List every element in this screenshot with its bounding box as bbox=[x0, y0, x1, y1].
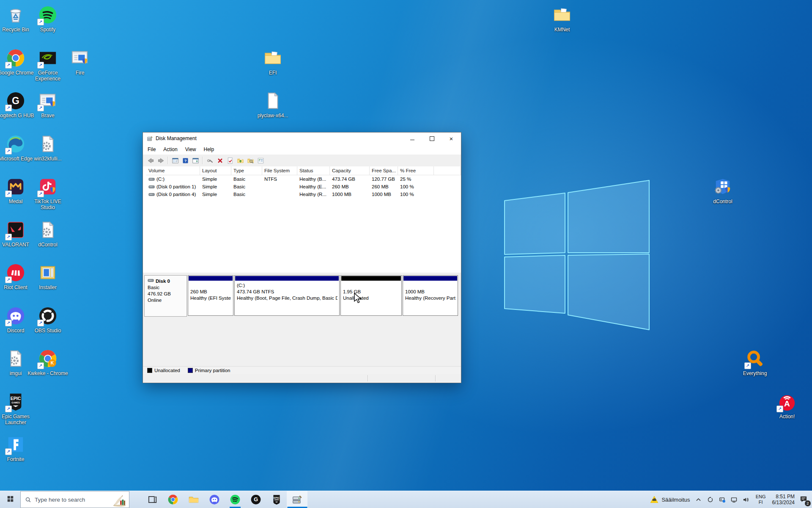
desktop-icon-brave[interactable]: ↗Brave bbox=[27, 91, 68, 119]
desktop-icon-plyclaw-x64[interactable]: plyclaw-x64... bbox=[252, 91, 293, 119]
column-header-layout[interactable]: Layout bbox=[200, 166, 231, 175]
tray-overflow-chevron-icon[interactable] bbox=[695, 496, 702, 503]
search-input[interactable]: Type here to search bbox=[20, 491, 129, 508]
logitech-icon: G bbox=[250, 494, 261, 505]
desktop-icon-spotify[interactable]: ↗Spotify bbox=[27, 5, 68, 33]
taskbar-discord-button[interactable] bbox=[204, 491, 225, 508]
desktop-icon-action[interactable]: A↗Action! bbox=[767, 392, 807, 420]
partition-primary[interactable]: (C:)473.74 GB NTFSHealthy (Boot, Page Fi… bbox=[234, 275, 340, 316]
taskbar: Type here to search GEPICGAMES Sääilmoit… bbox=[0, 491, 812, 508]
taskbar-logitech-button[interactable]: G bbox=[245, 491, 266, 508]
cell: 25 % bbox=[398, 175, 434, 183]
medal-icon: ↗ bbox=[6, 177, 25, 196]
device-sync-tray-icon[interactable] bbox=[719, 496, 726, 503]
search-placeholder: Type here to search bbox=[35, 497, 85, 503]
weather-warning-icon bbox=[650, 495, 658, 504]
legend-swatch bbox=[188, 368, 193, 373]
menu-action[interactable]: Action bbox=[159, 145, 181, 154]
partition-unallocated[interactable]: 1.95 GBUnallocated bbox=[340, 275, 402, 316]
mark-active-button[interactable] bbox=[225, 155, 235, 166]
desktop-icon-tiktok-live-studio[interactable]: ↗TikTok LIVE Studio bbox=[27, 177, 68, 210]
cell bbox=[262, 183, 297, 190]
folder-up-button[interactable] bbox=[235, 155, 245, 166]
folder-icon bbox=[552, 5, 572, 25]
taskbar-spotify-button[interactable] bbox=[225, 491, 245, 508]
column-header--free[interactable]: % Free bbox=[398, 166, 434, 175]
console-tree-button[interactable] bbox=[170, 155, 180, 166]
taskbar-task-view-button[interactable] bbox=[142, 491, 162, 508]
desktop-icon-kwkeke-chrome[interactable]: K↗Kwkeke - Chrome bbox=[27, 349, 68, 376]
desktop-icon-label: TikTok LIVE Studio bbox=[27, 199, 68, 210]
partition-text: 1000 MBHealthy (Recovery Part bbox=[403, 281, 458, 301]
folder-search-button[interactable] bbox=[245, 155, 255, 166]
svg-text:GAMES: GAMES bbox=[274, 499, 279, 501]
cell: NTFS bbox=[262, 175, 297, 183]
network-tray-icon[interactable] bbox=[730, 496, 738, 503]
disk0-label[interactable]: Disk 0 Basic 476.92 GB Online bbox=[144, 275, 187, 317]
desktop-icon-dcontrol[interactable]: dControl bbox=[702, 177, 743, 204]
toolbar-separator bbox=[202, 157, 203, 164]
forward-button[interactable] bbox=[156, 155, 166, 166]
desktop-icon-win32kfulli[interactable]: win32kfulli... bbox=[27, 134, 68, 162]
tool-button[interactable] bbox=[205, 155, 215, 166]
menu-file[interactable]: File bbox=[144, 145, 159, 154]
volume-row[interactable]: (Disk 0 partition 4)SimpleBasicHealthy (… bbox=[146, 190, 461, 198]
maximize-button[interactable] bbox=[422, 133, 442, 144]
taskbar-file-explorer-button[interactable] bbox=[183, 491, 204, 508]
menu-view[interactable]: View bbox=[181, 145, 200, 154]
column-header-capacity[interactable]: Capacity bbox=[330, 166, 370, 175]
file-explorer-icon bbox=[188, 494, 199, 505]
clock-time: 8:51 PM bbox=[772, 494, 795, 500]
delete-button[interactable] bbox=[215, 155, 225, 166]
desktop-icon-efi[interactable]: EFI bbox=[252, 48, 293, 76]
desktop-icon-fortnite[interactable]: ↗Fortnite bbox=[0, 435, 36, 462]
fortnite-icon: ↗ bbox=[6, 435, 25, 454]
close-button[interactable]: × bbox=[442, 133, 461, 144]
windows-start-icon bbox=[6, 495, 14, 504]
volume-row[interactable]: (Disk 0 partition 1)SimpleBasicHealthy (… bbox=[146, 183, 461, 190]
weather-notice[interactable]: Sääilmoitus bbox=[650, 495, 690, 504]
shortcut-arrow-icon: ↗ bbox=[37, 19, 44, 25]
clock[interactable]: 8:51 PM 6/13/2024 bbox=[772, 494, 795, 505]
desktop-icon-kmnet[interactable]: KMNet bbox=[542, 5, 582, 33]
taskbar-chrome-button[interactable] bbox=[162, 491, 183, 508]
taskbar-epic-button[interactable]: EPICGAMES bbox=[266, 491, 287, 508]
back-button[interactable] bbox=[145, 155, 156, 166]
column-header-file-system[interactable]: File System bbox=[262, 166, 297, 175]
partition-color-bar bbox=[403, 276, 457, 281]
desktop-icon-fire[interactable]: Fire bbox=[60, 48, 100, 76]
notification-center-button[interactable]: 2 bbox=[799, 495, 808, 505]
desktop-icon-dcontrol[interactable]: dControl bbox=[27, 220, 68, 248]
cell: Healthy (B... bbox=[297, 175, 330, 183]
column-header-free-spa-[interactable]: Free Spa... bbox=[370, 166, 398, 175]
volume-row[interactable]: (C:)SimpleBasicNTFSHealthy (B...473.74 G… bbox=[146, 175, 461, 183]
svg-text:GAMES: GAMES bbox=[11, 401, 20, 403]
cell bbox=[434, 183, 461, 190]
shortcut-arrow-icon: ↗ bbox=[5, 406, 12, 412]
language-indicator[interactable]: ENG FI bbox=[754, 494, 768, 505]
help-button[interactable]: ? bbox=[180, 155, 190, 166]
desktop-icon-epic-games-launcher[interactable]: EPICGAMES↗Epic Games Launcher bbox=[0, 392, 36, 425]
column-header-volume[interactable]: Volume bbox=[146, 166, 200, 175]
partition-primary[interactable]: 260 MBHealthy (EFI Syste bbox=[188, 275, 233, 316]
titlebar[interactable]: Disk Management × bbox=[143, 133, 461, 144]
statusbar-divider bbox=[435, 375, 436, 381]
column-header-status[interactable]: Status bbox=[297, 166, 330, 175]
action-pane-button[interactable] bbox=[190, 155, 200, 166]
start-button[interactable] bbox=[0, 491, 20, 508]
menu-help[interactable]: Help bbox=[200, 145, 218, 154]
minimize-button[interactable] bbox=[403, 133, 422, 144]
desktop-icon-installer[interactable]: Installer bbox=[27, 263, 68, 290]
taskbar-diskmgmt-button[interactable] bbox=[287, 491, 307, 508]
properties-button[interactable] bbox=[255, 155, 266, 166]
screen-record-tray-icon[interactable] bbox=[707, 496, 714, 503]
desktop-wallpaper: Recycle Bin↗Spotify↗Google Chrome↗GeForc… bbox=[0, 0, 812, 491]
desktop-icon-obs-studio[interactable]: ↗OBS Studio bbox=[27, 306, 68, 334]
partition-primary[interactable]: 1000 MBHealthy (Recovery Part bbox=[403, 275, 458, 316]
dcontrol-shield-icon bbox=[713, 177, 732, 196]
app-window-icon: ↗ bbox=[38, 91, 58, 110]
volume-tray-icon[interactable] bbox=[742, 496, 749, 503]
desktop-icon-everything[interactable]: ↗Everything bbox=[735, 349, 775, 376]
clock-date: 6/13/2024 bbox=[772, 500, 795, 505]
column-header-type[interactable]: Type bbox=[231, 166, 262, 175]
